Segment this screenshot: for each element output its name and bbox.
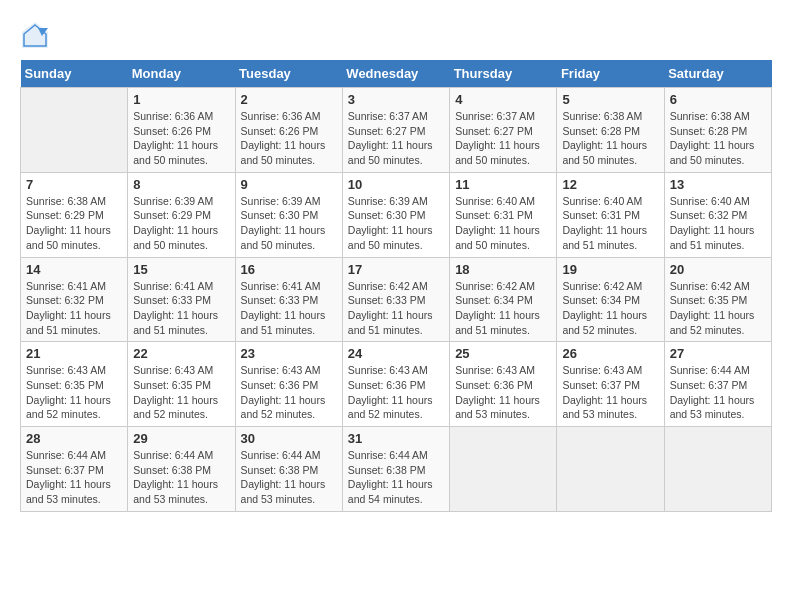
day-info: Sunrise: 6:41 AM Sunset: 6:33 PM Dayligh… [241,279,337,338]
day-number: 9 [241,177,337,192]
day-info: Sunrise: 6:43 AM Sunset: 6:35 PM Dayligh… [26,363,122,422]
day-info: Sunrise: 6:42 AM Sunset: 6:34 PM Dayligh… [562,279,658,338]
calendar-cell: 31Sunrise: 6:44 AM Sunset: 6:38 PM Dayli… [342,427,449,512]
week-row-1: 7Sunrise: 6:38 AM Sunset: 6:29 PM Daylig… [21,172,772,257]
day-info: Sunrise: 6:36 AM Sunset: 6:26 PM Dayligh… [133,109,229,168]
logo-icon [20,20,50,50]
day-number: 15 [133,262,229,277]
header-sunday: Sunday [21,60,128,88]
calendar-cell: 10Sunrise: 6:39 AM Sunset: 6:30 PM Dayli… [342,172,449,257]
calendar-cell [664,427,771,512]
calendar-table: SundayMondayTuesdayWednesdayThursdayFrid… [20,60,772,512]
calendar-cell: 21Sunrise: 6:43 AM Sunset: 6:35 PM Dayli… [21,342,128,427]
calendar-cell: 20Sunrise: 6:42 AM Sunset: 6:35 PM Dayli… [664,257,771,342]
calendar-cell: 12Sunrise: 6:40 AM Sunset: 6:31 PM Dayli… [557,172,664,257]
day-number: 4 [455,92,551,107]
day-number: 11 [455,177,551,192]
day-info: Sunrise: 6:43 AM Sunset: 6:36 PM Dayligh… [455,363,551,422]
day-info: Sunrise: 6:39 AM Sunset: 6:29 PM Dayligh… [133,194,229,253]
day-number: 1 [133,92,229,107]
calendar-cell: 23Sunrise: 6:43 AM Sunset: 6:36 PM Dayli… [235,342,342,427]
day-info: Sunrise: 6:38 AM Sunset: 6:28 PM Dayligh… [670,109,766,168]
header-tuesday: Tuesday [235,60,342,88]
header-monday: Monday [128,60,235,88]
calendar-cell: 30Sunrise: 6:44 AM Sunset: 6:38 PM Dayli… [235,427,342,512]
calendar-cell: 13Sunrise: 6:40 AM Sunset: 6:32 PM Dayli… [664,172,771,257]
calendar-cell: 28Sunrise: 6:44 AM Sunset: 6:37 PM Dayli… [21,427,128,512]
header-friday: Friday [557,60,664,88]
calendar-cell: 19Sunrise: 6:42 AM Sunset: 6:34 PM Dayli… [557,257,664,342]
page-header [20,20,772,50]
day-info: Sunrise: 6:39 AM Sunset: 6:30 PM Dayligh… [348,194,444,253]
day-info: Sunrise: 6:39 AM Sunset: 6:30 PM Dayligh… [241,194,337,253]
day-info: Sunrise: 6:38 AM Sunset: 6:29 PM Dayligh… [26,194,122,253]
day-info: Sunrise: 6:42 AM Sunset: 6:33 PM Dayligh… [348,279,444,338]
day-number: 19 [562,262,658,277]
calendar-cell: 26Sunrise: 6:43 AM Sunset: 6:37 PM Dayli… [557,342,664,427]
day-number: 28 [26,431,122,446]
day-number: 29 [133,431,229,446]
day-info: Sunrise: 6:44 AM Sunset: 6:38 PM Dayligh… [133,448,229,507]
week-row-2: 14Sunrise: 6:41 AM Sunset: 6:32 PM Dayli… [21,257,772,342]
day-number: 16 [241,262,337,277]
day-number: 30 [241,431,337,446]
day-number: 8 [133,177,229,192]
calendar-cell: 22Sunrise: 6:43 AM Sunset: 6:35 PM Dayli… [128,342,235,427]
header-saturday: Saturday [664,60,771,88]
calendar-cell: 5Sunrise: 6:38 AM Sunset: 6:28 PM Daylig… [557,88,664,173]
day-number: 2 [241,92,337,107]
day-info: Sunrise: 6:37 AM Sunset: 6:27 PM Dayligh… [348,109,444,168]
day-number: 12 [562,177,658,192]
calendar-cell: 18Sunrise: 6:42 AM Sunset: 6:34 PM Dayli… [450,257,557,342]
day-info: Sunrise: 6:43 AM Sunset: 6:36 PM Dayligh… [348,363,444,422]
logo [20,20,52,50]
calendar-cell: 29Sunrise: 6:44 AM Sunset: 6:38 PM Dayli… [128,427,235,512]
day-info: Sunrise: 6:43 AM Sunset: 6:35 PM Dayligh… [133,363,229,422]
day-info: Sunrise: 6:37 AM Sunset: 6:27 PM Dayligh… [455,109,551,168]
day-info: Sunrise: 6:44 AM Sunset: 6:38 PM Dayligh… [348,448,444,507]
calendar-cell [450,427,557,512]
day-info: Sunrise: 6:36 AM Sunset: 6:26 PM Dayligh… [241,109,337,168]
day-info: Sunrise: 6:40 AM Sunset: 6:32 PM Dayligh… [670,194,766,253]
calendar-cell: 17Sunrise: 6:42 AM Sunset: 6:33 PM Dayli… [342,257,449,342]
calendar-cell: 2Sunrise: 6:36 AM Sunset: 6:26 PM Daylig… [235,88,342,173]
day-info: Sunrise: 6:41 AM Sunset: 6:32 PM Dayligh… [26,279,122,338]
day-number: 24 [348,346,444,361]
day-info: Sunrise: 6:42 AM Sunset: 6:35 PM Dayligh… [670,279,766,338]
calendar-cell: 11Sunrise: 6:40 AM Sunset: 6:31 PM Dayli… [450,172,557,257]
day-number: 23 [241,346,337,361]
day-number: 31 [348,431,444,446]
calendar-cell [21,88,128,173]
day-number: 21 [26,346,122,361]
calendar-cell: 3Sunrise: 6:37 AM Sunset: 6:27 PM Daylig… [342,88,449,173]
day-number: 27 [670,346,766,361]
calendar-cell: 25Sunrise: 6:43 AM Sunset: 6:36 PM Dayli… [450,342,557,427]
day-number: 3 [348,92,444,107]
day-info: Sunrise: 6:38 AM Sunset: 6:28 PM Dayligh… [562,109,658,168]
day-info: Sunrise: 6:40 AM Sunset: 6:31 PM Dayligh… [562,194,658,253]
day-number: 5 [562,92,658,107]
day-number: 22 [133,346,229,361]
day-number: 26 [562,346,658,361]
day-number: 6 [670,92,766,107]
day-number: 10 [348,177,444,192]
day-number: 14 [26,262,122,277]
week-row-3: 21Sunrise: 6:43 AM Sunset: 6:35 PM Dayli… [21,342,772,427]
day-info: Sunrise: 6:41 AM Sunset: 6:33 PM Dayligh… [133,279,229,338]
calendar-cell: 4Sunrise: 6:37 AM Sunset: 6:27 PM Daylig… [450,88,557,173]
day-number: 7 [26,177,122,192]
day-info: Sunrise: 6:43 AM Sunset: 6:37 PM Dayligh… [562,363,658,422]
header-wednesday: Wednesday [342,60,449,88]
calendar-cell: 15Sunrise: 6:41 AM Sunset: 6:33 PM Dayli… [128,257,235,342]
calendar-cell: 6Sunrise: 6:38 AM Sunset: 6:28 PM Daylig… [664,88,771,173]
calendar-body: 1Sunrise: 6:36 AM Sunset: 6:26 PM Daylig… [21,88,772,512]
calendar-header: SundayMondayTuesdayWednesdayThursdayFrid… [21,60,772,88]
day-info: Sunrise: 6:44 AM Sunset: 6:37 PM Dayligh… [26,448,122,507]
day-number: 18 [455,262,551,277]
day-number: 13 [670,177,766,192]
day-info: Sunrise: 6:42 AM Sunset: 6:34 PM Dayligh… [455,279,551,338]
calendar-cell: 1Sunrise: 6:36 AM Sunset: 6:26 PM Daylig… [128,88,235,173]
calendar-cell: 27Sunrise: 6:44 AM Sunset: 6:37 PM Dayli… [664,342,771,427]
week-row-4: 28Sunrise: 6:44 AM Sunset: 6:37 PM Dayli… [21,427,772,512]
header-row: SundayMondayTuesdayWednesdayThursdayFrid… [21,60,772,88]
